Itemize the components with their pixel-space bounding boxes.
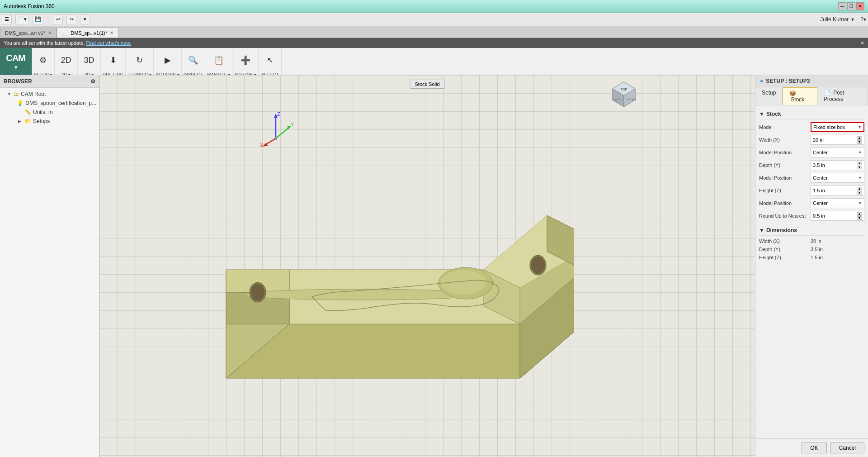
tree-item-setups[interactable]: ▶ 📁 Setups — [0, 117, 99, 126]
3d-button[interactable]: 3D — [80, 48, 99, 72]
tab-2-close[interactable]: ✕ — [110, 30, 113, 35]
manage-button[interactable]: 📋 — [209, 48, 228, 72]
model-position-2-row: Model Position Center ▼ — [759, 173, 864, 183]
cancel-button[interactable]: Cancel — [830, 443, 864, 453]
tree-item-dms-file[interactable]: 💡 DMS_spoon_certification_p... — [0, 99, 99, 108]
update-link[interactable]: Find out what's new. — [86, 40, 131, 46]
width-input[interactable]: 20 in ▲ ▼ — [811, 135, 864, 145]
tab-1[interactable]: DMS_spo...art v1* ✕ — [0, 28, 57, 38]
model-position-3-arrow: ▼ — [858, 201, 862, 205]
ribbon-2d-tools: 2D — [57, 48, 75, 72]
tab-stock[interactable]: 📦 Stock — [783, 87, 817, 105]
select-icon: ↖ — [264, 54, 276, 67]
setup-button[interactable]: ⚙ — [33, 48, 52, 72]
depth-input[interactable]: 3.5 in ▲ ▼ — [811, 160, 864, 170]
ok-button[interactable]: OK — [802, 443, 826, 453]
2d-button[interactable]: 2D — [57, 48, 75, 72]
cam-icon: CAM — [6, 53, 25, 63]
model-position-2-label: Model Position — [759, 175, 809, 181]
dimensions-section-label: Dimensions — [766, 227, 797, 233]
undo-history-button[interactable]: ▾ — [80, 14, 90, 24]
select-button[interactable]: ↖ — [260, 48, 279, 72]
model-position-3-select[interactable]: Center ▼ — [811, 198, 864, 208]
mode-dropdown-arrow: ▼ — [858, 125, 862, 129]
panel-setup-dot: ● — [760, 78, 763, 84]
stock-section-collapse-icon[interactable]: ▼ — [759, 111, 764, 117]
model-position-2-arrow: ▼ — [858, 176, 862, 180]
depth-value: 3.5 in — [813, 162, 825, 168]
round-up-spinner[interactable]: ▲ ▼ — [857, 212, 862, 220]
tab-setup[interactable]: Setup — [755, 87, 783, 105]
round-up-value: 0.5 in — [813, 213, 825, 219]
round-up-input[interactable]: 0.5 in ▲ ▼ — [811, 211, 864, 221]
dim-depth-label: Depth (Y) — [759, 247, 809, 252]
setup-icon: ⚙ — [37, 54, 49, 67]
ribbon-group-turning: ↻ TURNING ▾ — [126, 48, 154, 75]
ribbon-group-2d: 2D 2D ▾ — [55, 48, 78, 75]
dim-depth-row: Depth (Y) 3.5 in — [759, 247, 864, 252]
restore-button[interactable]: ❐ — [847, 2, 855, 10]
depth-spinner[interactable]: ▲ ▼ — [857, 162, 862, 169]
update-message: You are all set with the latest update. … — [4, 40, 131, 46]
user-dropdown-arrow[interactable]: ▾ — [851, 16, 854, 23]
redo-button[interactable]: ↪ — [66, 14, 76, 24]
save-button[interactable]: 💾 — [33, 14, 43, 24]
ribbon-setup-tools: ⚙ — [33, 48, 52, 72]
dms-file-label: DMS_spoon_certification_p... — [25, 100, 96, 106]
width-spinner[interactable]: ▲ ▼ — [857, 136, 862, 144]
inspect-button[interactable]: 🔍 — [184, 48, 203, 72]
mode-value: Fixed size box — [813, 124, 845, 130]
tab-1-close[interactable]: ✕ — [48, 30, 52, 35]
ribbon-group-drilling: ⬇ DRILLING — [101, 48, 126, 75]
expand-icon: ▶ — [18, 119, 23, 124]
tab-post-process[interactable]: 📄 Post Process — [817, 87, 868, 105]
ribbon-group-inspect: 🔍 INSPECT — [182, 48, 205, 75]
banner-close-button[interactable]: ✕ — [860, 40, 864, 46]
ribbon-group-addins: ➕ ADD-INS ▾ — [232, 48, 259, 75]
model-position-3-label: Model Position — [759, 200, 809, 206]
width-down[interactable]: ▼ — [857, 140, 862, 144]
turning-icon: ↻ — [133, 54, 146, 67]
height-spinner[interactable]: ▲ ▼ — [857, 187, 862, 195]
round-up-up[interactable]: ▲ — [857, 212, 862, 216]
browser-settings-icon[interactable]: ⚙ — [90, 78, 95, 85]
undo-button[interactable]: ↩ — [53, 14, 63, 24]
model-position-2-select[interactable]: Center ▼ — [811, 173, 864, 183]
drilling-icon: ⬇ — [107, 54, 119, 67]
toolbar: ☰ 📄▾ 💾 ↩ ↪ ▾ Julie Kumar ▾ ?▾ — [0, 13, 868, 26]
dimensions-collapse-icon[interactable]: ▼ — [759, 227, 764, 233]
drilling-button[interactable]: ⬇ — [104, 48, 123, 72]
viewcube[interactable]: TOP LEFT FRONT — [610, 80, 637, 107]
round-up-down[interactable]: ▼ — [857, 216, 862, 220]
minimize-button[interactable]: — — [838, 2, 846, 10]
height-input[interactable]: 1.5 in ▲ ▼ — [811, 186, 864, 195]
ribbon-group-setup: ⚙ SETUP ▾ — [32, 48, 55, 75]
new-file-button[interactable]: 📄▾ — [15, 14, 29, 24]
svg-point-27 — [531, 257, 545, 274]
depth-up[interactable]: ▲ — [857, 162, 862, 165]
height-up[interactable]: ▲ — [857, 187, 862, 190]
width-up[interactable]: ▲ — [857, 136, 862, 140]
model-position-1-select[interactable]: Center ▼ — [811, 148, 864, 157]
ribbon-group-select: ↖ SELECT — [259, 48, 282, 75]
depth-down[interactable]: ▼ — [857, 166, 862, 169]
mode-select[interactable]: Fixed size box ▼ — [811, 122, 864, 132]
ribbon-addins-tools: ➕ — [236, 48, 255, 72]
cam-dropdown[interactable]: CAM ▾ — [0, 48, 32, 75]
title-bar: Autodesk Fusion 360 — ❐ ✕ — [0, 0, 868, 13]
setups-folder-icon: 📁 — [24, 118, 31, 124]
app-menu-button[interactable]: ☰ — [2, 14, 12, 24]
ribbon-turning-tools: ↻ — [130, 48, 149, 72]
stock-solid-button[interactable]: Stock Solid — [410, 80, 444, 89]
actions-button[interactable]: ▶ — [158, 48, 177, 72]
turning-button[interactable]: ↻ — [130, 48, 149, 72]
close-button[interactable]: ✕ — [856, 2, 864, 10]
help-button[interactable]: ?▾ — [860, 16, 866, 23]
cam-root-label: CAM Root — [21, 91, 46, 97]
tab-2[interactable]: 📄 DMS_sp...v1(1)* ✕ — [57, 28, 118, 38]
tree-item-units[interactable]: 📏 Units: in — [0, 108, 99, 117]
tree-item-cam-root[interactable]: ▼ 🗂 CAM Root — [0, 90, 99, 99]
height-down[interactable]: ▼ — [857, 191, 862, 195]
addins-button[interactable]: ➕ — [236, 48, 255, 72]
model-position-2-value: Center — [813, 175, 828, 181]
